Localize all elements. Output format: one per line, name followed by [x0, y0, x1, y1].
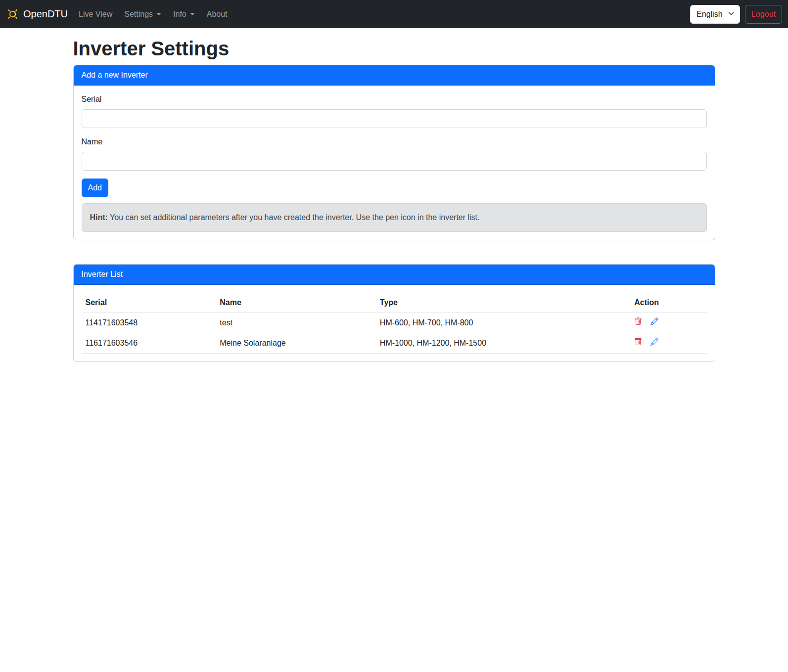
nav-item-settings[interactable]: Settings — [120, 6, 165, 23]
delete-inverter-button[interactable] — [634, 338, 642, 346]
inverter-list-card: Inverter List Serial Name Type Action — [73, 264, 715, 362]
trash-icon — [634, 317, 642, 325]
add-inverter-card-body: Serial Name Add Hint: You can set additi… — [74, 86, 715, 240]
inverter-list-card-header: Inverter List — [74, 265, 715, 285]
serial-label: Serial — [82, 93, 707, 105]
hint-alert-bold: Hint: — [90, 213, 108, 222]
nav-item-label: Live View — [79, 10, 112, 19]
chevron-down-icon — [156, 13, 161, 15]
sun-icon — [6, 7, 19, 21]
cell-action — [630, 333, 706, 354]
language-select[interactable]: English — [690, 5, 740, 24]
brand-link[interactable]: OpenDTU — [6, 7, 68, 21]
column-header-type: Type — [376, 293, 630, 313]
nav-item-about[interactable]: About — [203, 6, 232, 23]
cell-name: Meine Solaranlage — [216, 333, 376, 354]
hint-alert-text: You can set additional parameters after … — [108, 213, 480, 222]
name-label: Name — [82, 136, 707, 148]
pencil-icon — [650, 338, 658, 346]
inverter-list-card-body: Serial Name Type Action 114171603548 tes… — [74, 285, 715, 361]
table-row: 116171603546 Meine Solaranlage HM-1000, … — [82, 333, 707, 354]
brand-label: OpenDTU — [23, 8, 68, 20]
column-header-action: Action — [630, 293, 706, 313]
name-input[interactable] — [82, 152, 707, 171]
edit-inverter-button[interactable] — [650, 317, 658, 325]
cell-action — [630, 313, 706, 333]
column-header-name: Name — [216, 293, 376, 313]
hint-alert: Hint: You can set additional parameters … — [82, 203, 707, 232]
pencil-icon — [650, 317, 658, 325]
nav-item-info[interactable]: Info — [169, 6, 199, 23]
inverter-table: Serial Name Type Action 114171603548 tes… — [82, 293, 707, 354]
cell-serial: 114171603548 — [82, 313, 216, 333]
cell-type: HM-600, HM-700, HM-800 — [376, 313, 630, 333]
cell-type: HM-1000, HM-1200, HM-1500 — [376, 333, 630, 354]
nav-item-label: Info — [173, 10, 186, 19]
delete-inverter-button[interactable] — [634, 317, 642, 325]
navbar: OpenDTU Live View Settings Info About En… — [0, 0, 788, 28]
nav-item-label: About — [207, 10, 228, 19]
page-title: Inverter Settings — [73, 37, 715, 60]
trash-icon — [634, 338, 642, 346]
cell-serial: 116171603546 — [82, 333, 216, 354]
cell-name: test — [216, 313, 376, 333]
language-select-wrap: English — [690, 5, 740, 24]
add-inverter-card-header: Add a new Inverter — [74, 65, 715, 86]
edit-inverter-button[interactable] — [650, 338, 658, 346]
add-inverter-card: Add a new Inverter Serial Name Add Hint:… — [73, 65, 715, 240]
table-row: 114171603548 test HM-600, HM-700, HM-800 — [82, 313, 707, 333]
table-header-row: Serial Name Type Action — [82, 293, 707, 313]
serial-input[interactable] — [82, 109, 707, 128]
logout-button[interactable]: Logout — [745, 5, 782, 24]
chevron-down-icon — [190, 13, 195, 15]
nav-item-label: Settings — [124, 10, 153, 19]
column-header-serial: Serial — [82, 293, 216, 313]
nav-item-live-view[interactable]: Live View — [75, 6, 116, 23]
add-button[interactable]: Add — [82, 179, 108, 197]
